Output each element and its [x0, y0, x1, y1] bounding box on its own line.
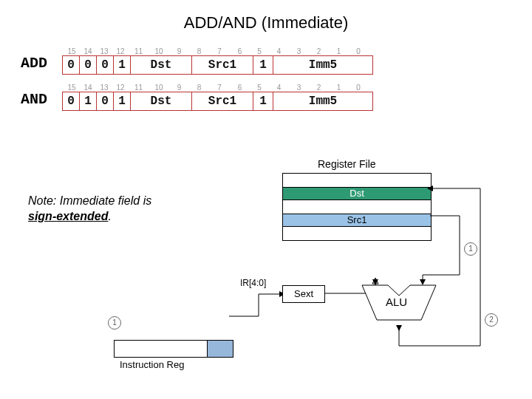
mnemonic: AND	[21, 91, 62, 111]
regfile-src1-row: Src1	[283, 214, 431, 227]
note-text: Note: Immediate field is sign-extended.	[28, 194, 151, 225]
ir-imm5-field	[207, 341, 233, 357]
mode-bit: 1	[253, 56, 273, 74]
opcode-bit: 0	[63, 92, 80, 110]
note-emphasis: sign-extended	[28, 210, 108, 222]
svg-marker-0	[420, 279, 426, 285]
opcode-bit: 0	[97, 56, 114, 74]
dst-field: Dst	[131, 92, 192, 110]
encoding-fields: 0 0 0 1 Dst Src1 1 Imm5	[62, 55, 373, 75]
instruction-register	[114, 340, 233, 358]
datapath-diagram: Register File Dst Src1 ALU Sext IR[4:0] …	[229, 168, 525, 390]
step-marker-2: 2	[485, 313, 498, 327]
regfile-label: Register File	[318, 158, 376, 170]
bit-numbers: 15141312 11109 876 5 43210	[62, 83, 373, 92]
bit-numbers: 15141312 11109 876 5 43210	[62, 47, 373, 55]
opcode-bit: 1	[114, 56, 131, 74]
mnemonic: ADD	[21, 55, 62, 75]
step-marker-1: 1	[464, 242, 477, 256]
imm5-field: Imm5	[273, 92, 372, 110]
encoding-row-add: ADD 15141312 11109 876 5 43210 0 0 0 1 D…	[21, 47, 532, 75]
sext-box: Sext	[282, 285, 325, 303]
opcode-bit: 0	[63, 56, 80, 74]
instruction-encodings: ADD 15141312 11109 876 5 43210 0 0 0 1 D…	[21, 47, 532, 111]
svg-marker-4	[372, 279, 378, 285]
ir-bits-label: IR[4:0]	[240, 278, 266, 288]
imm5-field: Imm5	[273, 56, 372, 74]
register-file: Dst Src1	[282, 173, 432, 241]
encoding-fields: 0 1 0 1 Dst Src1 1 Imm5	[62, 92, 373, 111]
step-marker-1: 1	[108, 316, 121, 330]
opcode-bit: 0	[97, 92, 114, 110]
alu-label: ALU	[386, 296, 407, 308]
svg-marker-2	[396, 325, 402, 331]
ir-caption: Instruction Reg	[120, 359, 184, 370]
opcode-bit: 1	[80, 92, 97, 110]
svg-marker-3	[372, 278, 378, 284]
opcode-bit: 1	[114, 92, 131, 110]
mode-bit: 1	[253, 92, 273, 110]
opcode-bit: 0	[80, 56, 97, 74]
src1-field: Src1	[192, 92, 253, 110]
encoding-row-and: AND 15141312 11109 876 5 43210 0 1 0 1 D…	[21, 83, 532, 111]
regfile-dst-row: Dst	[283, 188, 431, 200]
dst-field: Dst	[131, 56, 192, 74]
src1-field: Src1	[192, 56, 253, 74]
slide-title: ADD/AND (Immediate)	[0, 13, 532, 33]
